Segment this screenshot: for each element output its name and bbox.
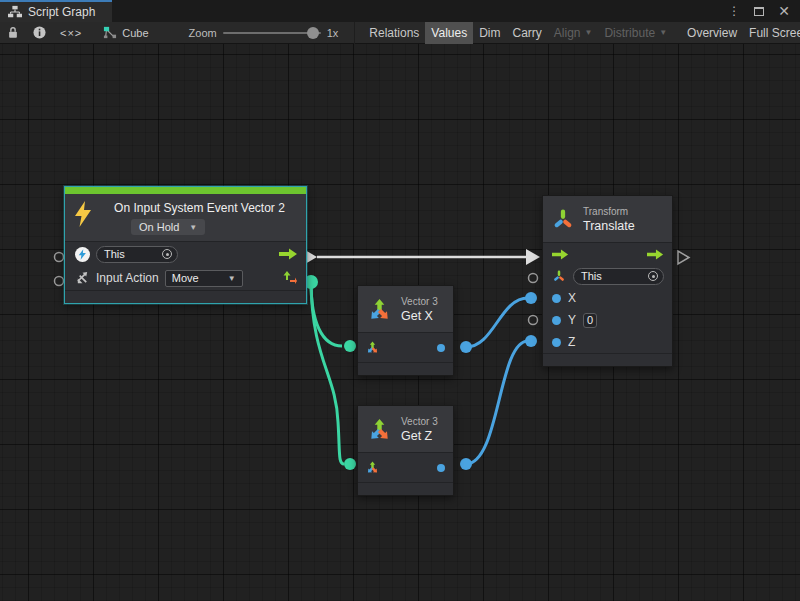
float-in-dot[interactable] xyxy=(552,338,561,347)
flow-input-port[interactable] xyxy=(526,249,540,265)
lock-icon xyxy=(7,26,19,39)
event-this-port[interactable] xyxy=(55,253,64,262)
float-out-dot[interactable] xyxy=(437,464,445,472)
lightning-bolt-icon xyxy=(73,199,93,229)
vector3-icon xyxy=(366,416,393,443)
node-title: On Input System Event Vector 2 xyxy=(101,199,298,215)
maximize-icon[interactable] xyxy=(754,7,764,16)
float-wire-x[interactable] xyxy=(466,298,528,347)
tab-label: Script Graph xyxy=(28,5,95,19)
transform-z-row: Z xyxy=(543,331,672,353)
node-category: Vector 3 xyxy=(401,296,438,307)
getx-port-row xyxy=(358,333,453,362)
object-picker-icon[interactable] xyxy=(648,271,658,281)
transform-port-icon xyxy=(552,269,566,283)
edit-script-button[interactable]: <×> xyxy=(53,22,89,44)
values-button[interactable]: Values xyxy=(425,22,473,44)
graph-reference-label: Cube xyxy=(122,27,148,39)
graph-toolbar: <×> Cube Zoom 1x Relations Values Dim Ca… xyxy=(0,22,800,44)
input-action-icon xyxy=(75,271,90,285)
transform-y-port[interactable] xyxy=(529,316,538,325)
graph-reference[interactable]: Cube xyxy=(103,26,148,39)
float-wire-z[interactable] xyxy=(466,341,528,464)
window-menu-icon[interactable]: ⋮ xyxy=(728,4,740,18)
node-footer xyxy=(358,483,453,495)
info-button[interactable] xyxy=(26,22,53,44)
event-action-port[interactable] xyxy=(55,277,64,286)
zoom-slider[interactable] xyxy=(223,32,321,34)
transform-this-field[interactable]: This xyxy=(573,268,664,285)
getx-output-port[interactable] xyxy=(460,341,472,353)
event-accent-bar xyxy=(65,187,306,194)
chevron-down-icon: ▼ xyxy=(228,274,236,283)
node-title: Get Z xyxy=(401,429,438,443)
title-bar: Script Graph ⋮ ✕ xyxy=(0,0,800,22)
lock-button[interactable] xyxy=(0,22,26,44)
script-graph-window: Script Graph ⋮ ✕ <×> xyxy=(0,0,800,601)
flow-in-arrow-icon[interactable] xyxy=(552,249,569,260)
transform-y-row: Y 0 xyxy=(543,309,672,331)
flow-out-arrow-icon[interactable] xyxy=(647,249,664,260)
getx-input-port[interactable] xyxy=(344,340,356,352)
transform-icon xyxy=(551,207,575,231)
event-this-row: This xyxy=(65,242,306,266)
vector2-wire-to-getz[interactable] xyxy=(311,282,344,464)
graph-reference-icon xyxy=(103,26,117,39)
tab-script-graph[interactable]: Script Graph xyxy=(0,0,112,22)
node-category: Transform xyxy=(583,206,635,217)
node-title: Get X xyxy=(401,309,438,323)
node-category: Vector 3 xyxy=(401,416,438,427)
vector3-port-icon xyxy=(365,340,380,355)
zoom-control: Zoom 1x xyxy=(189,27,339,39)
vector3-port-icon xyxy=(365,460,380,475)
graph-icon xyxy=(8,5,22,19)
event-action-row: Input Action Move ▼ xyxy=(65,266,306,290)
node-footer xyxy=(543,354,672,366)
node-on-input-system-event[interactable]: On Input System Event Vector 2 On Hold▼ … xyxy=(64,186,307,304)
float-in-dot[interactable] xyxy=(552,316,561,325)
zoom-label: Zoom xyxy=(189,27,217,39)
relations-button[interactable]: Relations xyxy=(363,22,425,44)
vector3-icon xyxy=(366,296,393,323)
carry-button[interactable]: Carry xyxy=(507,22,548,44)
transform-z-port[interactable] xyxy=(525,335,537,347)
node-transform-translate[interactable]: Transform Translate xyxy=(542,195,673,367)
player-input-icon xyxy=(75,247,90,262)
action-label: Input Action xyxy=(96,271,159,285)
distribute-dropdown[interactable]: Distribute▼ xyxy=(598,22,673,44)
getz-port-row xyxy=(358,453,453,482)
node-title: Translate xyxy=(583,219,635,233)
dim-button[interactable]: Dim xyxy=(473,22,506,44)
info-icon xyxy=(33,26,46,39)
graph-canvas[interactable]: On Input System Event Vector 2 On Hold▼ … xyxy=(0,44,800,601)
transform-flow-row xyxy=(543,243,672,265)
transform-this-row: This xyxy=(543,265,672,287)
full-screen-button[interactable]: Full Screen xyxy=(743,22,800,44)
node-footer xyxy=(358,363,453,375)
action-value-dropdown[interactable]: Move ▼ xyxy=(165,270,243,287)
zoom-value: 1x xyxy=(327,27,339,39)
close-icon[interactable]: ✕ xyxy=(778,4,790,18)
getz-output-port[interactable] xyxy=(460,458,472,470)
transform-flow-output-port[interactable] xyxy=(678,251,689,264)
toolbar-separator xyxy=(354,22,355,44)
event-this-field[interactable]: This xyxy=(96,246,178,263)
node-get-z[interactable]: Vector 3 Get Z xyxy=(357,405,454,496)
zoom-slider-handle[interactable] xyxy=(307,27,319,39)
chevron-down-icon: ▼ xyxy=(585,28,593,37)
overview-button[interactable]: Overview xyxy=(681,22,743,44)
object-picker-icon[interactable] xyxy=(162,249,172,259)
node-get-x[interactable]: Vector 3 Get X xyxy=(357,285,454,376)
transform-x-port[interactable] xyxy=(525,292,537,304)
flow-out-arrow-icon[interactable] xyxy=(279,248,298,260)
vector2-out-icon[interactable] xyxy=(282,270,298,286)
node-footer xyxy=(65,291,306,303)
chevron-down-icon: ▼ xyxy=(189,223,197,232)
float-out-dot[interactable] xyxy=(437,344,445,352)
float-in-dot[interactable] xyxy=(552,294,561,303)
getz-input-port[interactable] xyxy=(344,458,356,470)
transform-this-port[interactable] xyxy=(529,274,538,283)
align-dropdown[interactable]: Align▼ xyxy=(548,22,599,44)
event-mode-dropdown[interactable]: On Hold▼ xyxy=(131,219,205,235)
y-value-field[interactable]: 0 xyxy=(583,313,597,328)
